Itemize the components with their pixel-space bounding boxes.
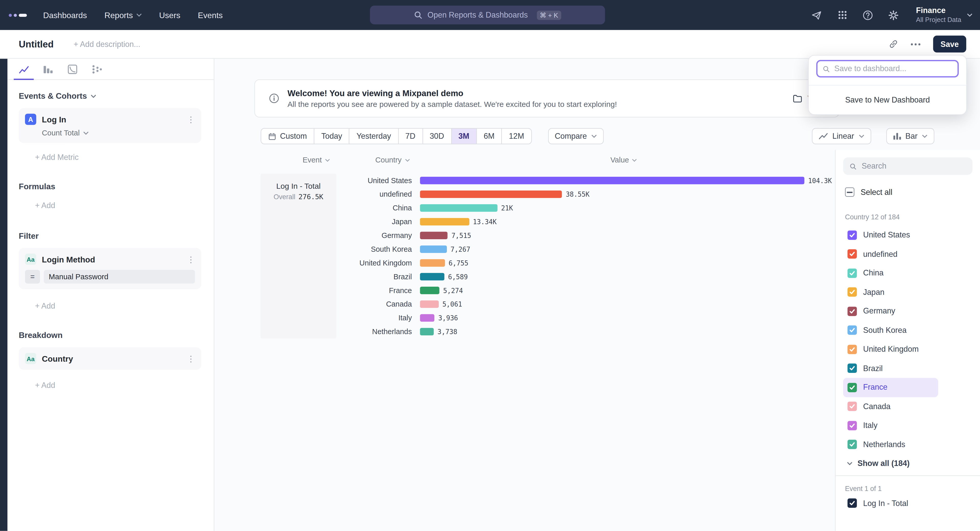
global-search-button[interactable]: Open Reports & Dashboards ⌘ + K — [370, 6, 605, 24]
apps-grid-button[interactable] — [835, 8, 849, 22]
range-12m[interactable]: 12M — [501, 128, 531, 144]
mixpanel-logo-icon[interactable] — [9, 14, 27, 17]
add-breakdown-button[interactable]: + Add — [19, 381, 201, 390]
add-filter-button[interactable]: + Add — [19, 302, 201, 311]
add-formula-button[interactable]: + Add — [19, 201, 201, 210]
settings-button[interactable] — [886, 8, 900, 22]
legend-item[interactable]: France — [843, 378, 938, 397]
metric-name[interactable]: Log In — [42, 114, 66, 124]
checkbox[interactable] — [848, 498, 857, 508]
checkbox[interactable] — [848, 345, 857, 354]
checkbox[interactable] — [848, 268, 857, 278]
bar[interactable] — [420, 177, 804, 184]
range-today[interactable]: Today — [314, 128, 350, 144]
save-button[interactable]: Save — [933, 36, 966, 52]
bar[interactable] — [420, 314, 434, 322]
select-all-row[interactable]: Select all — [843, 187, 973, 197]
legend-item[interactable]: undefined — [843, 244, 938, 264]
range-30d[interactable]: 30D — [422, 128, 452, 144]
kebab-menu-icon[interactable]: ⋮ — [187, 255, 195, 263]
filter-property-name[interactable]: Login Method — [42, 255, 95, 264]
report-title[interactable]: Untitled — [19, 39, 54, 49]
checkbox[interactable] — [848, 364, 857, 373]
show-all-button[interactable]: Show all (184) — [843, 459, 973, 468]
bar[interactable] — [420, 259, 445, 266]
tab-funnels[interactable] — [38, 59, 58, 79]
metric-card[interactable]: A Log In ⋮ Count Total — [19, 108, 201, 143]
compare-button[interactable]: Compare — [548, 128, 604, 144]
checkbox[interactable] — [848, 287, 857, 297]
filter-card[interactable]: Aa Login Method ⋮ = Manual Password — [19, 248, 201, 289]
kebab-menu-icon[interactable]: ⋮ — [187, 355, 195, 363]
legend-event-item[interactable]: Log In - Total — [843, 498, 973, 508]
bar[interactable] — [420, 287, 439, 294]
bar[interactable] — [420, 300, 439, 308]
range-3m[interactable]: 3M — [451, 128, 477, 144]
checkbox[interactable] — [848, 249, 857, 259]
dashboard-search[interactable] — [816, 60, 959, 78]
checkbox[interactable] — [848, 440, 857, 449]
add-metric-button[interactable]: + Add Metric — [19, 153, 201, 162]
range-6m[interactable]: 6M — [476, 128, 502, 144]
popover-menu-item[interactable]: Save to New Dashboard — [809, 86, 966, 114]
checkbox[interactable] — [848, 326, 857, 335]
legend-search-input[interactable] — [862, 162, 966, 170]
tab-flows[interactable] — [87, 59, 107, 79]
legend-item[interactable]: Italy — [843, 416, 938, 435]
legend-item[interactable]: Canada — [843, 397, 938, 416]
events-section-title[interactable]: Events & Cohorts — [19, 91, 201, 101]
project-selector[interactable]: Finance All Project Data — [916, 6, 972, 24]
send-feedback-button[interactable] — [810, 8, 824, 22]
nav-item-events[interactable]: Events — [198, 10, 223, 20]
scale-selector[interactable]: Linear — [812, 128, 871, 144]
column-header-value[interactable]: Value — [596, 155, 652, 164]
breakdown-card[interactable]: Aa Country ⋮ — [19, 347, 201, 370]
add-description-field[interactable]: + Add description... — [74, 40, 140, 48]
legend-item[interactable]: South Korea — [843, 321, 938, 340]
bar[interactable] — [420, 204, 497, 212]
checkbox[interactable] — [848, 402, 857, 411]
breakdown-property-name[interactable]: Country — [42, 354, 73, 363]
checkbox[interactable] — [848, 421, 857, 430]
filter-value[interactable]: Manual Password — [44, 270, 195, 284]
legend-item[interactable]: Brazil — [843, 359, 938, 378]
nav-item-users[interactable]: Users — [159, 10, 180, 20]
range-7d[interactable]: 7D — [398, 128, 423, 144]
checkbox[interactable] — [848, 307, 857, 316]
legend-item[interactable]: Japan — [843, 282, 938, 302]
more-options-button[interactable] — [911, 43, 921, 45]
column-header-country[interactable]: Country — [364, 155, 421, 164]
kebab-menu-icon[interactable]: ⋮ — [187, 115, 195, 124]
nav-item-label: Dashboards — [43, 10, 87, 20]
checkbox[interactable] — [848, 383, 857, 392]
nav-item-dashboards[interactable]: Dashboards — [43, 10, 87, 20]
tab-insights[interactable] — [14, 59, 34, 80]
chart-type-selector[interactable]: Bar — [886, 128, 935, 144]
bar[interactable] — [420, 190, 562, 198]
checkbox[interactable] — [848, 230, 857, 240]
legend-item[interactable]: China — [843, 263, 938, 282]
bar[interactable] — [420, 218, 469, 225]
dashboard-search-input[interactable] — [834, 64, 953, 73]
range-yesterday[interactable]: Yesterday — [349, 128, 399, 144]
legend-item[interactable]: United Kingdom — [843, 340, 938, 359]
nav-item-reports[interactable]: Reports — [104, 10, 142, 20]
filter-operator[interactable]: = — [25, 270, 40, 284]
legend-search[interactable] — [843, 157, 973, 175]
tab-retention[interactable] — [62, 59, 83, 79]
indeterminate-checkbox[interactable] — [845, 187, 854, 197]
legend-item[interactable]: Netherlands — [843, 435, 938, 454]
event-cell[interactable]: Log In - Total Overall 276.5K — [261, 174, 336, 339]
column-header-event[interactable]: Event — [288, 155, 344, 164]
help-button[interactable] — [861, 8, 875, 22]
legend-item[interactable]: Germany — [843, 302, 938, 321]
bar[interactable] — [420, 273, 444, 280]
bar[interactable] — [420, 245, 447, 253]
bar[interactable] — [420, 232, 448, 239]
legend-item[interactable]: United States — [843, 225, 938, 244]
bar-value-label: 6,589 — [448, 273, 468, 280]
bar[interactable] — [420, 328, 434, 335]
range-custom[interactable]: Custom — [261, 128, 314, 144]
copy-link-button[interactable] — [889, 39, 898, 49]
aggregation-selector[interactable]: Count Total — [42, 128, 195, 137]
